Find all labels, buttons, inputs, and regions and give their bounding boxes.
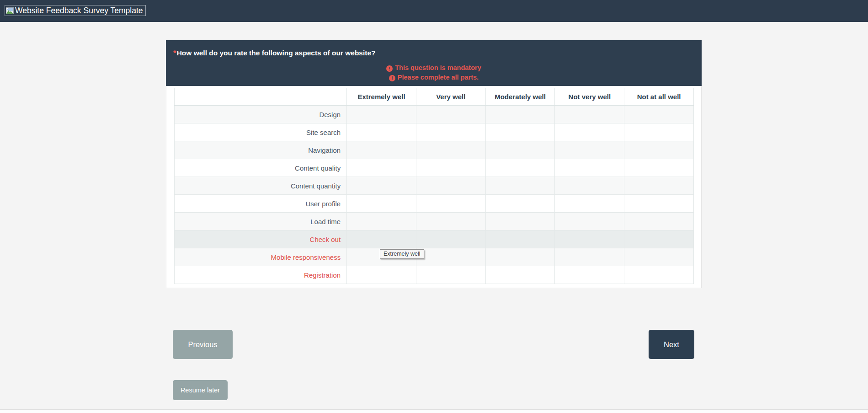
answer-radio-cell[interactable] [624,159,694,177]
table-row: Registration [175,266,694,284]
broken-image-icon [6,7,14,15]
answer-radio-cell[interactable] [485,177,555,195]
matrix-corner-cell [175,88,347,106]
next-button[interactable]: Next [649,330,694,359]
answer-radio-cell[interactable] [555,213,624,231]
answer-radio-cell[interactable] [624,195,694,213]
matrix-column-header: Moderately well [485,88,555,106]
answer-radio-cell[interactable] [485,248,555,266]
answer-radio-cell[interactable] [347,177,416,195]
row-label: Content quality [175,159,347,177]
mandatory-asterisk-icon: * [173,49,176,58]
answer-radio-cell[interactable] [485,106,555,123]
answer-radio-cell[interactable] [555,159,624,177]
answer-radio-cell[interactable] [485,231,555,248]
answer-radio-cell[interactable] [624,248,694,266]
answer-radio-cell[interactable] [555,266,624,284]
answer-radio-cell[interactable] [485,141,555,159]
answer-radio-cell[interactable] [416,123,485,141]
answer-radio-cell[interactable] [416,213,485,231]
survey-logo: Website Feedback Survey Template [5,5,146,16]
row-label: Mobile responsiveness [175,248,347,266]
question-panel: *How well do you rate the following aspe… [166,40,702,288]
answer-radio-cell[interactable] [624,106,694,123]
row-label: User profile [175,195,347,213]
survey-logo-alt-text: Website Feedback Survey Template [15,6,143,16]
table-row: User profile [175,195,694,213]
answer-radio-cell[interactable] [347,213,416,231]
answer-radio-cell[interactable] [624,231,694,248]
answer-radio-cell[interactable] [347,106,416,123]
row-label: Registration [175,266,347,284]
footer-strip [0,409,868,413]
table-row: Navigation [175,141,694,159]
previous-button[interactable]: Previous [173,330,233,359]
row-label: Content quantity [175,177,347,195]
matrix-column-header: Not very well [555,88,624,106]
answer-radio-cell[interactable] [416,248,485,266]
answer-radio-cell[interactable] [555,123,624,141]
answer-radio-cell[interactable] [347,141,416,159]
rating-matrix-table: Extremely wellVery wellModerately wellNo… [174,88,694,284]
question-header: *How well do you rate the following aspe… [166,40,702,86]
answer-radio-cell[interactable] [485,159,555,177]
answer-radio-cell[interactable] [624,177,694,195]
answer-radio-cell[interactable] [416,231,485,248]
row-label: Site search [175,123,347,141]
answer-radio-cell[interactable] [624,141,694,159]
answer-radio-cell[interactable] [555,141,624,159]
answer-radio-cell[interactable] [485,213,555,231]
answer-radio-cell[interactable] [347,159,416,177]
row-label: Navigation [175,141,347,159]
question-error-messages: This question is mandatoryPlease complet… [173,63,694,82]
answer-radio-cell[interactable] [485,123,555,141]
answer-radio-cell[interactable] [555,195,624,213]
table-row: Check out [175,231,694,248]
answer-radio-cell[interactable] [347,123,416,141]
table-row: Design [175,106,694,123]
table-row: Site search [175,123,694,141]
answer-radio-cell[interactable] [555,106,624,123]
row-label: Check out [175,231,347,248]
top-navbar: Website Feedback Survey Template [0,0,868,22]
exclamation-circle-icon [389,75,395,81]
answer-radio-cell[interactable] [416,195,485,213]
hover-tooltip: Extremely well [380,249,424,259]
matrix-column-header: Very well [416,88,485,106]
answer-radio-cell[interactable] [555,248,624,266]
question-error-line: Please complete all parts. [173,73,694,82]
matrix-column-header: Extremely well [347,88,416,106]
answer-radio-cell[interactable] [416,177,485,195]
answer-radio-cell[interactable] [347,266,416,284]
exclamation-circle-icon [386,65,393,72]
answer-radio-cell[interactable] [485,195,555,213]
matrix-header-row: Extremely wellVery wellModerately wellNo… [175,88,694,106]
row-label: Design [175,106,347,123]
answer-radio-cell[interactable] [347,231,416,248]
answer-radio-cell[interactable] [416,141,485,159]
answer-radio-cell[interactable] [416,266,485,284]
answer-radio-cell[interactable] [624,266,694,284]
table-row: Mobile responsiveness [175,248,694,266]
answer-radio-cell[interactable] [347,195,416,213]
resume-later-button[interactable]: Resume later [173,380,228,400]
table-row: Content quality [175,159,694,177]
question-error-line: This question is mandatory [173,63,694,73]
table-row: Content quantity [175,177,694,195]
answer-radio-cell[interactable] [624,123,694,141]
row-label: Load time [175,213,347,231]
question-title-row: *How well do you rate the following aspe… [173,49,694,58]
answer-radio-cell[interactable] [555,231,624,248]
answer-radio-cell[interactable] [555,177,624,195]
question-title: How well do you rate the following aspec… [177,49,376,57]
answer-radio-cell[interactable] [485,266,555,284]
matrix-column-header: Not at all well [624,88,694,106]
answer-radio-cell[interactable] [416,106,485,123]
table-row: Load time [175,213,694,231]
answer-radio-cell[interactable] [624,213,694,231]
question-body: Extremely wellVery wellModerately wellNo… [166,86,702,288]
answer-radio-cell[interactable] [416,159,485,177]
